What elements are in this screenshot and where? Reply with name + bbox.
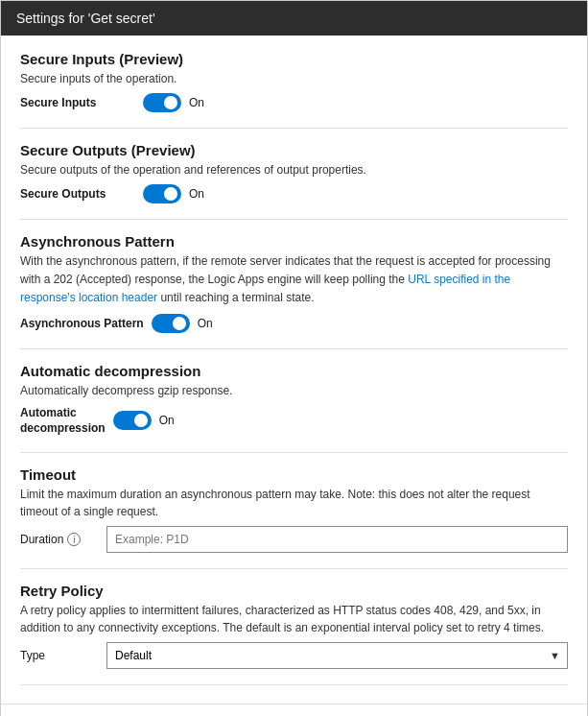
divider-1 [20, 128, 568, 129]
auto-decompress-desc: Automatically decompress gzip response. [20, 382, 568, 399]
secure-inputs-toggle-container: On [143, 93, 204, 112]
secure-inputs-toggle[interactable] [143, 93, 181, 112]
divider-6 [20, 684, 568, 685]
retry-policy-section: Retry Policy A retry policy applies to i… [20, 583, 568, 669]
retry-desc-blue: The default is an exponential interval p… [223, 621, 544, 634]
retry-type-select[interactable]: Default None Fixed interval Exponential … [106, 642, 568, 669]
retry-type-row: Type Default None Fixed interval Exponen… [20, 642, 568, 669]
async-pattern-section: Asynchronous Pattern With the asynchrono… [20, 233, 568, 333]
secure-outputs-toggle-row: Secure Outputs On [20, 184, 568, 203]
divider-4 [20, 452, 568, 453]
duration-label: Duration [20, 533, 63, 546]
async-pattern-toggle-row: Asynchronous Pattern On [20, 314, 568, 333]
timeout-field-row: Duration i [20, 526, 568, 553]
async-pattern-label: Asynchronous Pattern [20, 317, 144, 330]
settings-dialog: Settings for 'Get secret' Secure Inputs … [0, 0, 588, 716]
async-pattern-toggle-container: On [152, 314, 213, 333]
divider-5 [20, 568, 568, 569]
secure-outputs-section: Secure Outputs (Preview) Secure outputs … [20, 142, 568, 203]
secure-inputs-section: Secure Inputs (Preview) Secure inputs of… [20, 51, 568, 112]
timeout-title: Timeout [20, 466, 568, 483]
secure-inputs-on-text: On [189, 96, 204, 109]
auto-decompress-toggle-container: On [113, 411, 175, 430]
auto-decompress-title: Automatic decompression [20, 363, 568, 379]
timeout-desc: Limit the maximum duration an asynchrono… [20, 486, 568, 520]
secure-outputs-toggle[interactable] [143, 184, 181, 203]
divider-2 [20, 219, 568, 220]
async-pattern-on-text: On [198, 317, 213, 330]
async-pattern-desc: With the asynchronous pattern, if the re… [20, 252, 568, 308]
auto-decompress-toggle[interactable] [113, 411, 152, 430]
secure-outputs-toggle-container: On [143, 184, 204, 203]
async-desc-end: until reaching a terminal state. [157, 291, 314, 304]
dialog-body: Secure Inputs (Preview) Secure inputs of… [1, 36, 587, 688]
duration-label-wrapper: Duration i [20, 533, 97, 546]
retry-type-dropdown-wrapper: Default None Fixed interval Exponential … [106, 642, 568, 669]
async-pattern-toggle[interactable] [152, 314, 190, 333]
duration-input[interactable] [106, 526, 568, 553]
retry-type-label: Type [20, 649, 97, 662]
secure-outputs-on-text: On [189, 187, 204, 201]
secure-inputs-label: Secure Inputs [20, 96, 135, 109]
retry-policy-desc: A retry policy applies to intermittent f… [20, 602, 568, 636]
secure-outputs-title: Secure Outputs (Preview) [20, 142, 568, 158]
secure-outputs-label: Secure Outputs [20, 187, 135, 201]
duration-info-icon[interactable]: i [67, 533, 81, 546]
secure-inputs-desc: Secure inputs of the operation. [20, 70, 568, 87]
secure-outputs-desc: Secure outputs of the operation and refe… [20, 161, 568, 179]
retry-policy-title: Retry Policy [20, 583, 568, 599]
auto-decompress-section: Automatic decompression Automatically de… [20, 363, 568, 438]
auto-decompress-toggle-row: Automatic decompression On [20, 405, 568, 438]
divider-3 [20, 348, 568, 349]
auto-decompress-label: Automatic decompression [20, 405, 106, 438]
dialog-title: Settings for 'Get secret' [16, 11, 155, 26]
async-pattern-title: Asynchronous Pattern [20, 233, 568, 250]
dialog-header: Settings for 'Get secret' [1, 1, 587, 36]
secure-inputs-toggle-row: Secure Inputs On [20, 93, 568, 112]
dialog-footer: Done Cancel [1, 704, 587, 716]
auto-decompress-on-text: On [159, 414, 175, 427]
timeout-section: Timeout Limit the maximum duration an as… [20, 466, 568, 553]
secure-inputs-title: Secure Inputs (Preview) [20, 51, 568, 67]
